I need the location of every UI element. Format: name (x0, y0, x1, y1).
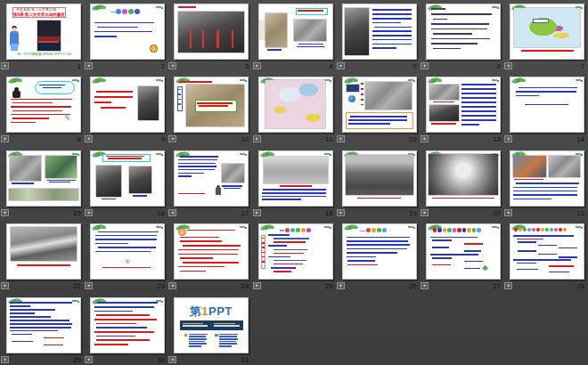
slide-thumbnail-14[interactable] (510, 77, 584, 133)
portrait-right (129, 166, 151, 194)
slide-thumbnail-5[interactable] (342, 4, 417, 60)
text-line (433, 19, 447, 20)
series-title: 历史系列 第二次世界大战 (16, 8, 62, 10)
blitzkrieg-map (265, 80, 325, 128)
slide-thumbnail-31[interactable]: 第1PPT (174, 297, 249, 353)
title-dot (472, 228, 477, 232)
text-lines (133, 195, 147, 197)
title-dot (554, 228, 558, 231)
slide-thumbnail-19[interactable] (342, 150, 417, 207)
text-line (214, 325, 241, 327)
text-line (97, 27, 138, 28)
slide-thumbnail-6[interactable] (426, 4, 501, 60)
slide-thumbnail-15[interactable] (6, 150, 81, 207)
slide-cell-10: ✦10 (167, 77, 251, 150)
text-line (10, 316, 51, 318)
text-line (197, 102, 233, 104)
title-dot (550, 228, 553, 231)
slide-thumbnail-2[interactable] (90, 4, 165, 60)
first-ppt-logo: 第1PPT (190, 304, 235, 315)
slide-thumbnail-26[interactable] (342, 223, 417, 280)
slide-thumbnail-10[interactable] (174, 77, 249, 133)
slide-cell-9: ✦9 (84, 77, 167, 150)
text-line (95, 239, 157, 240)
watermark: 第一PPT模板网 WWW.1PPT.COM (17, 53, 69, 54)
slide-cell-16: ✦16 (84, 150, 167, 223)
text-lines (94, 22, 160, 41)
text-line (97, 302, 158, 304)
slide-thumbnail-3[interactable] (174, 4, 249, 60)
slide-thumbnail-8[interactable]: ✎ (6, 77, 81, 133)
title-dot (433, 228, 437, 232)
slide-thumbnail-16[interactable] (90, 150, 165, 207)
slide-cell-27: ♣✦27 (420, 223, 503, 296)
slide-cell-18: ✦18 (252, 150, 336, 223)
text-line (517, 239, 544, 240)
text-line (178, 175, 191, 177)
slide-thumbnail-27[interactable]: ♣ (426, 223, 501, 280)
slide-number: 23 (90, 281, 165, 292)
text-line (96, 314, 150, 316)
text-line (431, 13, 492, 15)
slide-thumbnail-12[interactable] (342, 77, 417, 133)
slide-thumbnail-21[interactable] (510, 150, 584, 207)
text-lines (214, 323, 241, 328)
text-line (350, 116, 408, 118)
text-lines (513, 235, 581, 274)
text-line (513, 199, 551, 200)
text-lines (178, 156, 221, 179)
text-line (347, 244, 410, 246)
slide-thumbnail-24[interactable] (174, 223, 249, 280)
text-line (521, 50, 574, 52)
slide-number: 24 (174, 281, 249, 292)
slide-thumbnail-25[interactable] (258, 223, 333, 280)
text-lines (102, 199, 116, 200)
slide-cell-13: ✦13 (420, 77, 503, 150)
slide-number: 22 (6, 281, 81, 292)
slide-thumbnail-11[interactable] (258, 77, 333, 133)
title-dot (447, 228, 452, 232)
slide-thumbnail-4[interactable] (258, 4, 333, 60)
text-line (180, 240, 222, 242)
slide-cell-11: ✦11 (252, 77, 336, 150)
text-line (189, 343, 207, 345)
text-lines (513, 182, 582, 202)
slide-thumbnail-28[interactable] (510, 223, 584, 280)
slide-thumbnail-30[interactable] (90, 297, 165, 353)
text-line (96, 91, 133, 93)
text-lines (222, 185, 244, 190)
slide-thumbnail-20[interactable] (426, 150, 501, 207)
text-line (431, 43, 478, 45)
slide-thumbnail-17[interactable] (174, 150, 249, 207)
slide-cell-23: ①✦23 (84, 223, 167, 296)
slide-cell-25: ✦25 (252, 223, 336, 296)
text-line (133, 195, 147, 197)
text-line (262, 256, 264, 258)
text-line (10, 327, 71, 328)
text-line (271, 267, 296, 269)
slide-thumbnail-29[interactable] (6, 297, 81, 353)
text-line (96, 336, 135, 337)
slide-thumbnail-9[interactable] (90, 77, 165, 133)
text-lines (298, 10, 325, 13)
text-line (189, 345, 201, 347)
slide-thumbnail-7[interactable] (510, 4, 584, 60)
text-line (513, 235, 573, 237)
text-line (12, 341, 33, 343)
slide-thumbnail-23[interactable]: ① (90, 223, 165, 280)
title-dot (514, 228, 518, 231)
slide-thumbnail-13[interactable] (426, 77, 501, 133)
slide-thumbnail-1[interactable]: 历史系列 第二次世界大战第6课 第二次世界大战的爆发第一PPT模板网 WWW.1… (6, 4, 81, 60)
text-line (10, 330, 57, 332)
text-line (179, 81, 212, 83)
box (533, 19, 549, 23)
slide-cell-17: ✦17 (167, 150, 251, 223)
slide-thumbnail-18[interactable] (258, 150, 333, 207)
text-line (430, 237, 478, 239)
text-lines (187, 230, 235, 232)
text-line (187, 230, 235, 231)
box (259, 20, 265, 40)
slide-cell-4: ✦4 (252, 4, 336, 77)
slide-thumbnail-22[interactable] (6, 223, 81, 280)
text-line (214, 323, 235, 325)
